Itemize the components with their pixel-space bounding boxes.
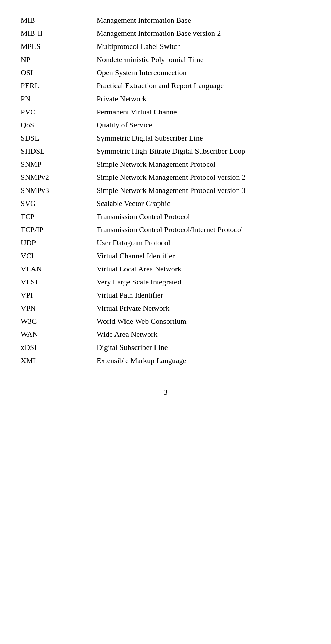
acronym-def-osi: Open System Interconnection [97,68,310,77]
acronym-def-svg: Scalable Vector Graphic [97,199,310,208]
acronym-row: VCIVirtual Channel Identifier [21,249,310,262]
acronym-def-xdsl: Digital Subscriber Line [97,343,310,352]
acronym-row: PVCPermanent Virtual Channel [21,105,310,118]
acronym-def-pn: Private Network [97,94,310,103]
acronym-abbr-shdsl: SHDSL [21,147,97,156]
acronym-row: xDSLDigital Subscriber Line [21,341,310,354]
acronym-abbr-sdsl: SDSL [21,134,97,143]
acronym-row: NPNondeterministic Polynomial Time [21,53,310,66]
acronym-row: TCPTransmission Control Protocol [21,210,310,223]
acronym-abbr-w3c: W3C [21,317,97,326]
acronym-abbr-xml: XML [21,356,97,365]
acronym-abbr-svg: SVG [21,199,97,208]
acronym-table: MIBManagement Information BaseMIB-IIMana… [21,14,310,367]
acronym-def-perl: Practical Extraction and Report Language [97,81,310,90]
acronym-row: MPLSMultiprotocol Label Switch [21,40,310,53]
acronym-abbr-mib-ii: MIB-II [21,29,97,38]
acronym-abbr-np: NP [21,55,97,64]
acronym-abbr-tcp: TCP [21,212,97,221]
acronym-row: UDPUser Datagram Protocol [21,236,310,249]
acronym-abbr-wan: WAN [21,330,97,339]
acronym-row: PERLPractical Extraction and Report Lang… [21,79,310,92]
acronym-row: VPNVirtual Private Network [21,302,310,315]
acronym-abbr-udp: UDP [21,238,97,247]
acronym-def-qos: Quality of Service [97,121,310,129]
acronym-def-vlan: Virtual Local Area Network [97,264,310,273]
acronym-row: W3CWorld Wide Web Consortium [21,315,310,328]
acronym-def-snmpv3: Simple Network Management Protocol versi… [97,186,310,195]
acronym-def-pvc: Permanent Virtual Channel [97,107,310,116]
acronym-def-mib: Management Information Base [97,16,310,25]
acronym-def-tcp: Transmission Control Protocol [97,212,310,221]
acronym-row: TCP/IPTransmission Control Protocol/Inte… [21,223,310,236]
acronym-abbr-pn: PN [21,94,97,103]
page-number: 3 [21,388,310,397]
acronym-row: MIBManagement Information Base [21,14,310,27]
acronym-def-mib-ii: Management Information Base version 2 [97,29,310,38]
acronym-abbr-vlsi: VLSI [21,278,97,287]
acronym-def-snmpv2: Simple Network Management Protocol versi… [97,173,310,182]
acronym-abbr-vpi: VPI [21,291,97,300]
acronym-row: MIB-IIManagement Information Base versio… [21,27,310,40]
acronym-def-mpls: Multiprotocol Label Switch [97,42,310,51]
acronym-row: XMLExtensible Markup Language [21,354,310,367]
acronym-def-np: Nondeterministic Polynomial Time [97,55,310,64]
acronym-row: OSIOpen System Interconnection [21,66,310,79]
acronym-abbr-perl: PERL [21,81,97,90]
acronym-abbr-osi: OSI [21,68,97,77]
acronym-abbr-tcp-ip: TCP/IP [21,225,97,234]
acronym-def-tcp-ip: Transmission Control Protocol/Internet P… [97,225,310,234]
acronym-abbr-vlan: VLAN [21,264,97,273]
acronym-abbr-mpls: MPLS [21,42,97,51]
acronym-abbr-snmpv3: SNMPv3 [21,186,97,195]
acronym-abbr-qos: QoS [21,121,97,129]
acronym-def-udp: User Datagram Protocol [97,238,310,247]
acronym-row: SDSLSymmetric Digital Subscriber Line [21,132,310,145]
acronym-def-shdsl: Symmetric High-Bitrate Digital Subscribe… [97,147,310,156]
acronym-def-sdsl: Symmetric Digital Subscriber Line [97,134,310,143]
acronym-row: WANWide Area Network [21,328,310,341]
acronym-abbr-vci: VCI [21,251,97,260]
acronym-row: VLANVirtual Local Area Network [21,262,310,276]
acronym-def-vlsi: Very Large Scale Integrated [97,278,310,287]
acronym-row: QoSQuality of Service [21,118,310,132]
acronym-row: SHDSLSymmetric High-Bitrate Digital Subs… [21,145,310,158]
acronym-abbr-snmpv2: SNMPv2 [21,173,97,182]
acronym-row: SNMPv2Simple Network Management Protocol… [21,171,310,184]
acronym-row: PNPrivate Network [21,92,310,105]
acronym-row: VPIVirtual Path Identifier [21,289,310,302]
acronym-abbr-mib: MIB [21,16,97,25]
acronym-row: SVGScalable Vector Graphic [21,197,310,210]
acronym-abbr-snmp: SNMP [21,160,97,169]
acronym-row: SNMPv3Simple Network Management Protocol… [21,184,310,197]
acronym-def-vpi: Virtual Path Identifier [97,291,310,300]
acronym-def-snmp: Simple Network Management Protocol [97,160,310,169]
acronym-row: VLSIVery Large Scale Integrated [21,276,310,289]
acronym-def-wan: Wide Area Network [97,330,310,339]
acronym-def-vci: Virtual Channel Identifier [97,251,310,260]
acronym-abbr-xdsl: xDSL [21,343,97,352]
acronym-def-vpn: Virtual Private Network [97,304,310,313]
acronym-abbr-vpn: VPN [21,304,97,313]
acronym-def-w3c: World Wide Web Consortium [97,317,310,326]
acronym-abbr-pvc: PVC [21,107,97,116]
acronym-row: SNMPSimple Network Management Protocol [21,158,310,171]
acronym-def-xml: Extensible Markup Language [97,356,310,365]
